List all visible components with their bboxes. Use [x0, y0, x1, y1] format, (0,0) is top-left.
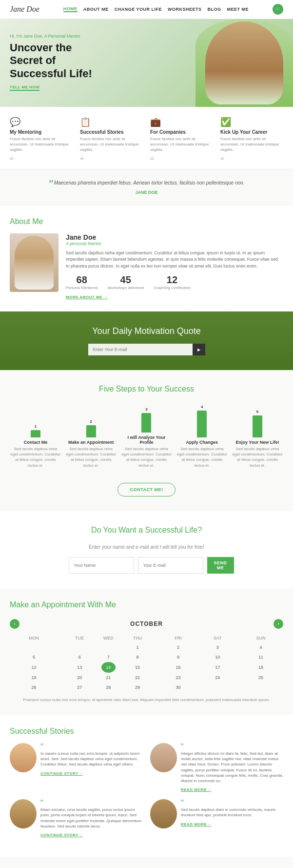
nav-link-about-me[interactable]: ABOUT ME: [83, 7, 109, 12]
calendar-title: Make an Appointment With Me: [10, 600, 283, 609]
cal-cell[interactable]: 9: [159, 652, 197, 662]
step-bar-wrap: 2: [65, 408, 117, 437]
step-number: 5: [256, 410, 258, 414]
feature-desc: Fusce facilisis nec ante sit accumsan. U…: [220, 136, 283, 153]
hero-cta-button[interactable]: TELL ME HOW: [10, 85, 39, 91]
cal-cell[interactable]: 30: [159, 682, 197, 692]
cal-cell[interactable]: 17: [197, 662, 238, 673]
step-item-2: 2 Make an Appointment Sed iaculis dapibu…: [65, 408, 117, 468]
daily-quote-email-input[interactable]: [88, 344, 193, 355]
story-photo: [150, 743, 177, 772]
life-name-input[interactable]: [69, 557, 134, 574]
about-text: Jane Doe A personal Mentor Sed iaculis d…: [66, 233, 283, 300]
feature-desc: Fusce facilisis nec ante sit accumsan. U…: [10, 136, 73, 153]
cal-cell[interactable]: 28: [101, 682, 116, 692]
cal-day-header: FRI: [159, 634, 197, 642]
cal-day-header: TUE: [58, 634, 101, 642]
stat-number: 68: [66, 274, 98, 286]
story-item: " In maxim cursus nulla nec eros tempor,…: [10, 743, 143, 792]
cal-cell[interactable]: 14: [101, 662, 116, 673]
calendar-prev-button[interactable]: ‹: [10, 619, 20, 629]
cal-cell[interactable]: 29: [116, 682, 159, 692]
story-text: " Integer efficitur dictum mi diam fa, f…: [181, 743, 283, 792]
contact-me-button[interactable]: CONTACT ME!: [117, 483, 176, 496]
cal-cell[interactable]: 24: [197, 673, 238, 682]
nav-link-blog[interactable]: BLOG: [208, 7, 221, 12]
cal-cell[interactable]: 19: [10, 673, 58, 682]
story-read-more-link[interactable]: READ MORE→: [181, 822, 211, 827]
cal-cell[interactable]: 1: [116, 642, 159, 652]
feature-title: For Companies: [150, 129, 213, 135]
calendar-header: ‹ OCTOBER ›: [10, 619, 283, 629]
quote-author: JANE DOE: [20, 190, 273, 195]
about-content: Jane Doe A personal Mentor Sed iaculis d…: [10, 233, 283, 300]
feature-link[interactable]: →: [150, 155, 213, 159]
about-more-link[interactable]: MORE ABOUT ME →: [66, 295, 283, 299]
quote-text: " Maecenas pharetra imperdiet febus. Aen…: [20, 179, 273, 187]
story-item: " Sed iaculis dapibus diam in commodo ve…: [150, 799, 283, 837]
cal-cell[interactable]: 8: [116, 652, 159, 662]
calendar-next-button[interactable]: ›: [273, 619, 283, 629]
nav-link-home[interactable]: HOME: [63, 6, 78, 12]
story-text: " Etiam exicatur, urna iaculis sagittis,…: [40, 799, 143, 837]
stories-title: Successful Stories: [10, 727, 283, 736]
daily-quote-submit-button[interactable]: ▶: [193, 344, 205, 355]
about-photo: [10, 233, 59, 292]
daily-quote-section: Your Daily Motivation Quote ▶: [0, 311, 293, 370]
cal-cell[interactable]: 22: [116, 673, 159, 682]
story-read-more-link[interactable]: READ MORE→: [181, 787, 211, 792]
cal-cell[interactable]: 27: [58, 682, 101, 692]
life-send-button[interactable]: SEND ME: [207, 557, 234, 574]
cal-cell[interactable]: 12: [10, 662, 58, 673]
cal-cell[interactable]: 16: [159, 662, 197, 673]
story-read-more-link[interactable]: CONTINUE STORY→: [40, 771, 83, 776]
cal-cell[interactable]: 3: [197, 642, 238, 652]
feature-link[interactable]: →: [10, 155, 73, 159]
cal-cell[interactable]: 20: [58, 673, 101, 682]
story-content: In maxim cursus nulla nec eros tempor, u…: [40, 751, 143, 767]
cal-cell[interactable]: 2: [159, 642, 197, 652]
cal-cell[interactable]: 6: [58, 652, 101, 662]
cal-cell[interactable]: 15: [116, 662, 159, 673]
navbar: Jane Doe HOMEABOUT MECHANGE YOUR LIFEWOR…: [0, 0, 293, 19]
cal-cell[interactable]: 23: [159, 673, 197, 682]
nav-link-change-your-life[interactable]: CHANGE YOUR LIFE: [115, 7, 162, 12]
life-email-input[interactable]: [138, 557, 203, 574]
step-item-5: 5 Enjoy Your New Life! Sed iaculis dapib…: [232, 408, 283, 468]
stat-label: Coaching Certificates: [154, 286, 191, 290]
cal-cell[interactable]: 7: [101, 652, 116, 662]
nav-cart[interactable]: 🛒: [273, 4, 283, 15]
cal-cell: [10, 642, 58, 652]
cal-day-header: SUN: [238, 634, 283, 642]
successful-life-form: SEND ME: [69, 557, 225, 574]
feature-link[interactable]: →: [220, 155, 283, 159]
feature-icon: 💬: [10, 117, 73, 127]
cal-day-header: THU: [116, 634, 159, 642]
step-number: 3: [145, 407, 147, 412]
cal-cell[interactable]: 25: [238, 673, 283, 682]
cal-cell[interactable]: 5: [10, 652, 58, 662]
step-bar-wrap: 3: [121, 403, 173, 433]
step-desc: Sed iaculis dapibus veha eget condimentu…: [121, 446, 173, 468]
cal-cell[interactable]: 26: [10, 682, 58, 692]
daily-quote-title: Your Daily Motivation Quote: [10, 326, 283, 336]
feature-link[interactable]: →: [80, 155, 143, 159]
cal-day-header: MON: [10, 634, 58, 642]
about-title: About Me: [10, 217, 283, 226]
cal-cell[interactable]: 13: [58, 662, 101, 673]
step-item-3: 3 I will Analyze Your Profile Sed iaculi…: [121, 403, 173, 468]
story-read-more-link[interactable]: CONTINUE STORY→: [40, 833, 83, 837]
about-name: Jane Doe: [66, 233, 283, 241]
cal-cell[interactable]: 21: [101, 673, 116, 682]
nav-link-worksheets[interactable]: WORKSHEETS: [168, 7, 202, 12]
cal-cell[interactable]: 10: [197, 652, 238, 662]
cal-cell[interactable]: 18: [238, 662, 283, 673]
cal-cell[interactable]: 4: [238, 642, 283, 652]
cal-cell[interactable]: 11: [238, 652, 283, 662]
step-title: I will Analyze Your Profile: [121, 435, 173, 445]
story-text: " Sed iaculis dapibus diam in commodo ve…: [181, 799, 283, 837]
nav-link-meet-me[interactable]: MEET ME: [227, 7, 249, 12]
about-stat: 12 Coaching Certificates: [154, 274, 191, 290]
feature-item-successful-stories: 📋 Successful Stories Fusce facilisis nec…: [80, 117, 143, 159]
calendar-note: Praesent cursus nulla non eros tempor, e…: [10, 697, 283, 703]
